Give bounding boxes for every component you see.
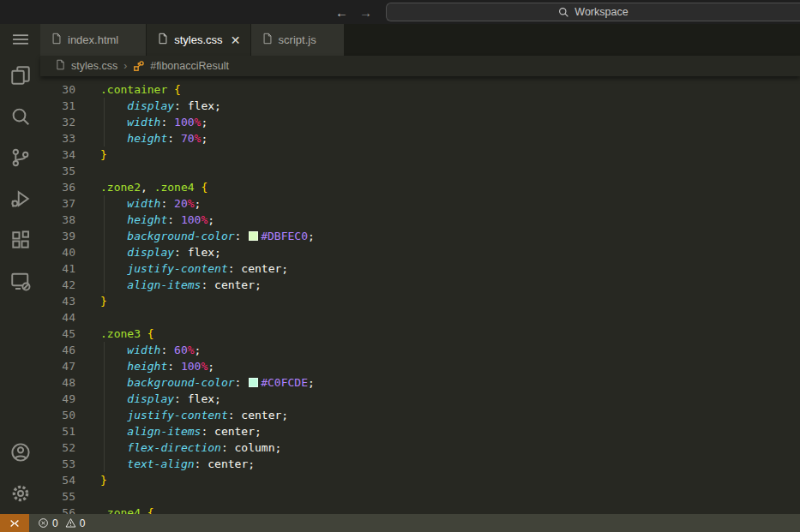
menu-icon [11, 30, 30, 49]
tab-index-html[interactable]: index.html [40, 24, 146, 56]
line-number[interactable]: 41 [40, 260, 75, 277]
error-count: 0 [52, 517, 58, 529]
sidebar-item-remote-explorer[interactable] [0, 260, 40, 302]
color-swatch[interactable] [249, 378, 258, 387]
breadcrumb-symbol[interactable]: #fibonacciResult [150, 60, 229, 72]
code-line[interactable]: 47 height: 100%; [40, 358, 800, 374]
line-number[interactable]: 54 [40, 472, 75, 488]
code-line[interactable]: 35 [40, 163, 800, 179]
close-icon[interactable]: ✕ [228, 33, 244, 48]
code-line[interactable]: 41 justify-content: center; [40, 260, 800, 277]
line-number[interactable]: 37 [40, 195, 75, 212]
code-line[interactable]: 56.zone4 { [40, 505, 800, 514]
sidebar-item-search[interactable] [0, 96, 40, 137]
code-line[interactable]: 40 display: flex; [40, 244, 800, 260]
token-fg: : [160, 344, 174, 356]
code-line[interactable]: 48 background-color: #C0FCDE; [40, 374, 800, 391]
indent-guide [104, 212, 105, 228]
sidebar-item-explorer[interactable] [0, 55, 40, 96]
line-number[interactable]: 30 [40, 81, 75, 98]
line-number[interactable]: 34 [40, 146, 75, 163]
code-text: flex-direction: column; [100, 439, 281, 456]
code-line[interactable]: 52 flex-direction: column; [40, 439, 800, 456]
line-number[interactable]: 55 [40, 488, 75, 505]
code-line[interactable]: 37 width: 20%; [40, 195, 800, 212]
code-line[interactable]: 55 [40, 488, 800, 505]
tab-script-js[interactable]: script.js [251, 24, 344, 56]
menu-button[interactable] [0, 24, 40, 55]
line-number[interactable]: 39 [40, 228, 75, 244]
line-number[interactable]: 49 [40, 391, 75, 407]
tab-label: script.js [279, 33, 316, 46]
token-prop: display [127, 392, 174, 405]
line-number[interactable]: 42 [40, 277, 75, 293]
line-number[interactable]: 33 [40, 130, 75, 146]
code-line[interactable]: 54} [40, 472, 800, 488]
code-line[interactable]: 49 display: flex; [40, 391, 800, 407]
navigate-forward-icon[interactable]: → [359, 6, 372, 19]
line-number[interactable]: 53 [40, 456, 75, 472]
code-line[interactable]: 32 width: 100%; [40, 114, 800, 130]
token-brace: } [100, 148, 107, 161]
code-line[interactable]: 30.container { [40, 81, 800, 98]
activity-bar [0, 24, 40, 514]
line-number[interactable]: 56 [40, 505, 75, 514]
code-line[interactable]: 51 align-items: center; [40, 423, 800, 439]
indent-guide [104, 244, 105, 260]
code-line[interactable]: 44 [40, 309, 800, 326]
token-fg [141, 506, 147, 514]
code-line[interactable]: 31 display: flex; [40, 98, 800, 114]
file-icon [51, 33, 63, 47]
indent-guide [104, 342, 105, 358]
line-number[interactable]: 43 [40, 293, 75, 309]
code-line[interactable]: 34} [40, 146, 800, 163]
line-number[interactable]: 47 [40, 358, 75, 374]
navigate-back-icon[interactable]: ← [335, 6, 348, 19]
remote-indicator[interactable] [0, 514, 29, 532]
problems-indicator[interactable]: 0 0 [38, 514, 88, 532]
sidebar-item-run-debug[interactable] [0, 178, 40, 219]
line-number[interactable]: 40 [40, 244, 75, 260]
token-prop: justify-content [127, 262, 227, 275]
token-prop: height [127, 132, 167, 145]
line-number[interactable]: 44 [40, 309, 75, 326]
code-text: .container { [100, 81, 181, 98]
code-line[interactable]: 42 align-items: center; [40, 277, 800, 293]
code-line[interactable]: 50 justify-content: center; [40, 407, 800, 423]
line-number[interactable]: 45 [40, 326, 75, 342]
line-number[interactable]: 32 [40, 114, 75, 130]
code-line[interactable]: 38 height: 100%; [40, 212, 800, 228]
indent-guide [104, 195, 105, 212]
file-icon [55, 59, 66, 73]
sidebar-item-extensions[interactable] [0, 219, 40, 260]
token-prop: width [127, 197, 160, 210]
token-fg: ; [201, 116, 208, 129]
line-number[interactable]: 50 [40, 407, 75, 423]
breadcrumb-file[interactable]: styles.css [71, 60, 117, 72]
code-line[interactable]: 53 text-align: center; [40, 456, 800, 472]
line-number[interactable]: 38 [40, 212, 75, 228]
line-number[interactable]: 36 [40, 179, 75, 195]
command-center-search[interactable]: Workspace [386, 3, 800, 21]
settings-button[interactable] [0, 473, 40, 514]
tab-styles-css[interactable]: styles.css ✕ [147, 24, 250, 56]
code-line[interactable]: 39 background-color: #DBFEC0; [40, 228, 800, 244]
line-number[interactable]: 46 [40, 342, 75, 358]
line-number[interactable]: 31 [40, 98, 75, 114]
line-number[interactable]: 52 [40, 439, 75, 456]
code-line[interactable]: 43} [40, 293, 800, 309]
code-editor[interactable]: 30.container {31 display: flex;32 width:… [40, 76, 800, 514]
line-number[interactable]: 35 [40, 163, 75, 179]
code-text: background-color: #DBFEC0; [100, 228, 315, 244]
token-fg [167, 83, 174, 96]
color-swatch[interactable] [249, 231, 258, 241]
code-line[interactable]: 36.zone2, .zone4 { [40, 179, 800, 195]
token-prop: align-items [127, 425, 201, 438]
sidebar-item-source-control[interactable] [0, 137, 40, 178]
line-number[interactable]: 48 [40, 374, 75, 391]
account-button[interactable] [0, 432, 40, 473]
code-line[interactable]: 33 height: 70%; [40, 130, 800, 146]
code-line[interactable]: 46 width: 60%; [40, 342, 800, 358]
line-number[interactable]: 51 [40, 423, 75, 439]
code-line[interactable]: 45.zone3 { [40, 326, 800, 342]
